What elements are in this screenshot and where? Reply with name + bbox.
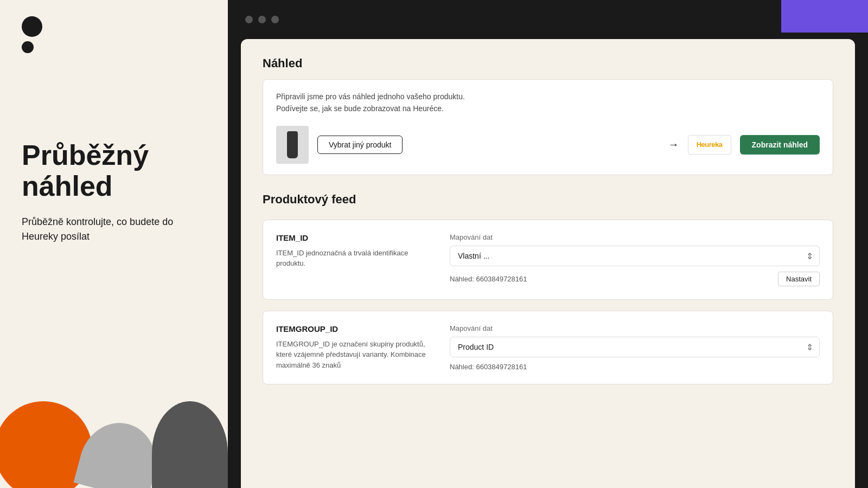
feed-item-right-itemgroup-id: Mapování dat Product ID ⇕ Náhled: 660384… <box>450 324 820 371</box>
mapping-select-item-id[interactable]: Vlastní ... <box>450 246 820 266</box>
logo-dot-small <box>22 41 34 53</box>
nahled-section-title: Náhled <box>263 56 833 70</box>
heureka-logo-box: Heureka <box>688 135 731 155</box>
heureka-logo-text: Heureka <box>697 140 723 149</box>
topbar-dot-1 <box>245 16 253 23</box>
mapping-label-item-id: Mapování dat <box>450 233 820 241</box>
zobrazit-nahled-button[interactable]: Zobrazit náhled <box>740 135 820 155</box>
product-image <box>276 126 309 164</box>
main-content-area: Náhled Připravili jsme pro vás náhled je… <box>228 0 868 488</box>
topbar-dot-2 <box>258 16 266 23</box>
feed-item-right-item-id: Mapování dat Vlastní ... ⇕ Náhled: 66038… <box>450 233 820 286</box>
feed-item-label-itemgroup-id: ITEMGROUP_ID <box>276 324 428 333</box>
content-panel: Náhled Připravili jsme pro vás náhled je… <box>241 39 855 488</box>
topbar-dots <box>245 16 279 23</box>
preview-info-text: Připravili jsme pro vás náhled jednoho v… <box>276 91 820 115</box>
preview-card: Připravili jsme pro vás náhled jednoho v… <box>263 79 833 175</box>
feed-item-left-item-id: ITEM_ID ITEM_ID jednoznačná a trvalá ide… <box>276 233 428 269</box>
feed-item-desc-itemgroup-id: ITEMGROUP_ID je označení skupiny produkt… <box>276 339 428 371</box>
preview-value-row-item-id: Náhled: 6603849728161 Nastavit <box>450 272 820 286</box>
preview-value-text-itemgroup-id: Náhled: 6603849728161 <box>450 363 527 371</box>
logo-dot-large <box>22 16 42 37</box>
feed-item-card-item-id: ITEM_ID ITEM_ID jednoznačná a trvalá ide… <box>263 220 833 300</box>
sidebar: Průběžný náhled Průběžně kontrolujte, co… <box>0 0 228 488</box>
feed-item-left-itemgroup-id: ITEMGROUP_ID ITEMGROUP_ID je označení sk… <box>276 324 428 371</box>
feed-section-title: Produktový feed <box>263 192 833 207</box>
product-figure <box>287 131 298 158</box>
top-right-accent <box>781 0 868 33</box>
mapping-select-wrapper-itemgroup-id: Product ID ⇕ <box>450 337 820 357</box>
preview-value-row-itemgroup-id: Náhled: 6603849728161 <box>450 363 820 371</box>
mapping-label-itemgroup-id: Mapování dat <box>450 324 820 332</box>
select-product-button[interactable]: Vybrat jiný produkt <box>317 136 403 154</box>
topbar <box>228 0 868 39</box>
sidebar-logo <box>22 16 206 53</box>
sidebar-title: Průběžný náhled <box>22 140 206 202</box>
mapping-select-wrapper-item-id: Vlastní ... ⇕ <box>450 246 820 266</box>
topbar-dot-3 <box>271 16 279 23</box>
shape-dark-gray <box>152 401 228 488</box>
bottom-shapes <box>0 380 228 488</box>
preview-product-row: Vybrat jiný produkt → Heureka Zobrazit n… <box>276 126 820 164</box>
nastavit-button-item-id[interactable]: Nastavit <box>778 272 820 286</box>
arrow-right-icon: → <box>668 138 679 151</box>
sidebar-description: Průběžně kontrolujte, co budete do Heure… <box>22 215 206 244</box>
preview-value-text-item-id: Náhled: 6603849728161 <box>450 275 527 283</box>
feed-item-card-itemgroup-id: ITEMGROUP_ID ITEMGROUP_ID je označení sk… <box>263 311 833 384</box>
feed-item-desc-item-id: ITEM_ID jednoznačná a trvalá identifikac… <box>276 248 428 269</box>
feed-item-label-item-id: ITEM_ID <box>276 233 428 242</box>
mapping-select-itemgroup-id[interactable]: Product ID <box>450 337 820 357</box>
